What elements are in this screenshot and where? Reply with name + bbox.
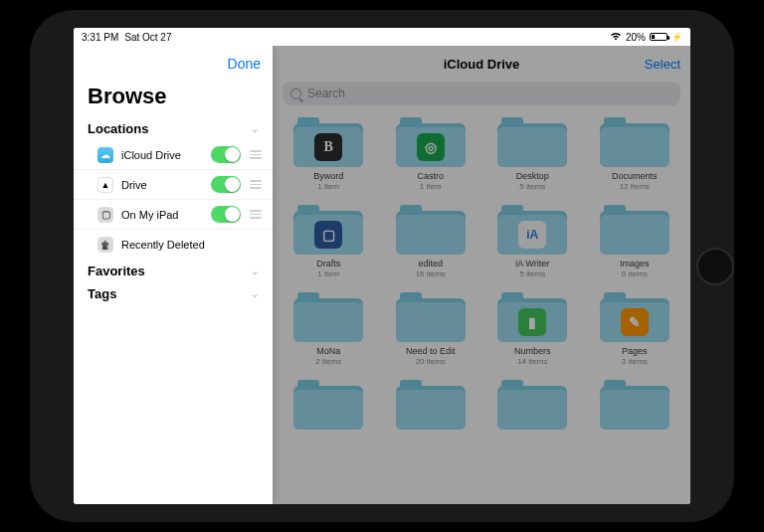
folder-icon: [497, 117, 567, 167]
folder-icon: [293, 380, 363, 430]
folder-badge-icon: ✎: [621, 308, 649, 336]
folder-item[interactable]: ✎Pages3 items: [589, 292, 681, 366]
chevron-down-icon: ⌄: [251, 288, 259, 299]
location-toggle[interactable]: [211, 146, 241, 163]
folder-icon: [600, 205, 669, 255]
chevron-down-icon: ⌄: [251, 266, 259, 276]
folder-item[interactable]: ◎Castro1 item: [385, 117, 478, 191]
wifi-icon: [610, 32, 622, 43]
folder-subtitle: 16 items: [416, 269, 446, 278]
folder-subtitle: 20 items: [416, 357, 446, 366]
folder-icon: ◎: [396, 117, 466, 167]
location-row[interactable]: ▲Drive: [74, 170, 273, 200]
folder-item[interactable]: BByword1 item: [283, 117, 375, 191]
folder-badge-icon: ▢: [314, 221, 342, 249]
folder-icon: [293, 292, 363, 342]
location-row[interactable]: ☁︎iCloud Drive: [74, 140, 273, 170]
folder-icon: ▮: [497, 292, 567, 342]
folder-item[interactable]: ▢Drafts1 item: [283, 205, 375, 278]
folder-subtitle: 14 items: [517, 357, 547, 366]
folder-badge-icon: ▮: [518, 308, 546, 336]
folder-icon: [600, 117, 669, 167]
done-button[interactable]: Done: [228, 56, 261, 72]
main-panel: iCloud Drive Select Search BByword1 item…: [273, 46, 690, 504]
folder-badge-icon: iA: [518, 221, 546, 249]
folder-name: Desktop: [516, 171, 549, 181]
folder-icon: [396, 292, 466, 342]
folder-item[interactable]: Desktop5 items: [486, 117, 579, 191]
location-label: Recently Deleted: [121, 239, 263, 251]
ipad-device: 3:31 PM Sat Oct 27 20% ⚡ iCloud Drive Se…: [0, 0, 764, 532]
sidebar-header: Done: [74, 46, 273, 82]
section-tags-label: Tags: [88, 286, 116, 301]
location-icon: 🗑: [97, 237, 113, 253]
folder-icon: [600, 380, 669, 430]
page-title: iCloud Drive: [444, 57, 520, 72]
section-locations-label: Locations: [88, 121, 148, 136]
location-icon: ▲: [97, 177, 113, 193]
folder-name: Documents: [612, 171, 658, 181]
folder-name: iA Writer: [515, 259, 549, 268]
folder-badge-icon: B: [314, 133, 342, 161]
location-label: iCloud Drive: [121, 149, 203, 161]
folder-subtitle: 1 item: [317, 269, 339, 278]
folder-name: Drafts: [316, 259, 340, 268]
folder-item[interactable]: MoNa2 items: [283, 292, 375, 366]
folder-icon: [396, 205, 466, 255]
status-time: 3:31 PM: [82, 32, 118, 43]
select-button[interactable]: Select: [645, 57, 680, 72]
folder-icon: iA: [497, 205, 567, 255]
folder-name: MoNa: [316, 346, 340, 356]
folder-subtitle: 0 items: [622, 269, 648, 278]
folder-item[interactable]: [589, 380, 681, 435]
status-bar: 3:31 PM Sat Oct 27 20% ⚡: [74, 28, 690, 46]
folder-icon: ▢: [293, 205, 363, 255]
folder-subtitle: 1 item: [317, 182, 339, 191]
location-icon: ☁︎: [97, 147, 113, 163]
bezel: 3:31 PM Sat Oct 27 20% ⚡ iCloud Drive Se…: [30, 10, 734, 522]
folder-icon: [497, 380, 567, 430]
section-favorites[interactable]: Favorites ⌄: [74, 260, 273, 282]
folder-item[interactable]: ▮Numbers14 items: [486, 292, 579, 366]
screen: 3:31 PM Sat Oct 27 20% ⚡ iCloud Drive Se…: [74, 28, 690, 504]
sidebar: Done Browse Locations ⌄ ☁︎iCloud Drive▲D…: [74, 46, 273, 504]
search-input[interactable]: Search: [283, 82, 680, 105]
folder-name: Pages: [622, 346, 648, 356]
folder-item[interactable]: Documents12 items: [589, 117, 681, 191]
folder-name: Byword: [313, 171, 343, 181]
folder-item[interactable]: [283, 380, 375, 435]
folder-item[interactable]: Images0 items: [589, 205, 681, 278]
folder-item[interactable]: edited16 items: [385, 205, 478, 278]
location-label: On My iPad: [121, 209, 203, 221]
folder-grid: BByword1 item◎Castro1 itemDesktop5 items…: [273, 113, 690, 504]
location-toggle[interactable]: [211, 176, 241, 193]
reorder-grip-icon[interactable]: [249, 150, 263, 159]
section-favorites-label: Favorites: [88, 264, 145, 278]
status-date: Sat Oct 27: [124, 32, 171, 43]
location-row[interactable]: ▢On My iPad: [74, 200, 273, 230]
chevron-down-icon: ⌄: [251, 123, 259, 134]
folder-subtitle: 5 items: [519, 269, 545, 278]
reorder-grip-icon[interactable]: [249, 180, 263, 189]
folder-name: Images: [620, 259, 650, 268]
folder-item[interactable]: [486, 380, 579, 435]
location-toggle[interactable]: [211, 206, 241, 223]
section-locations[interactable]: Locations ⌄: [74, 117, 273, 140]
location-icon: ▢: [97, 207, 113, 223]
folder-subtitle: 1 item: [420, 182, 442, 191]
folder-icon: B: [293, 117, 363, 167]
folder-subtitle: 2 items: [315, 357, 341, 366]
reorder-grip-icon[interactable]: [249, 210, 263, 219]
home-button[interactable]: [696, 248, 734, 285]
section-tags[interactable]: Tags ⌄: [74, 282, 273, 305]
folder-name: Castro: [417, 171, 444, 181]
folder-item[interactable]: Need to Edit20 items: [385, 292, 478, 366]
folder-item[interactable]: iAiA Writer5 items: [486, 205, 579, 278]
folder-badge-icon: ◎: [417, 133, 445, 161]
battery-icon: [650, 33, 668, 41]
folder-item[interactable]: [385, 380, 478, 435]
location-row[interactable]: 🗑Recently Deleted: [74, 230, 273, 260]
search-placeholder: Search: [307, 87, 345, 100]
main-header: iCloud Drive Select: [273, 46, 690, 82]
charging-icon: ⚡: [671, 32, 682, 42]
